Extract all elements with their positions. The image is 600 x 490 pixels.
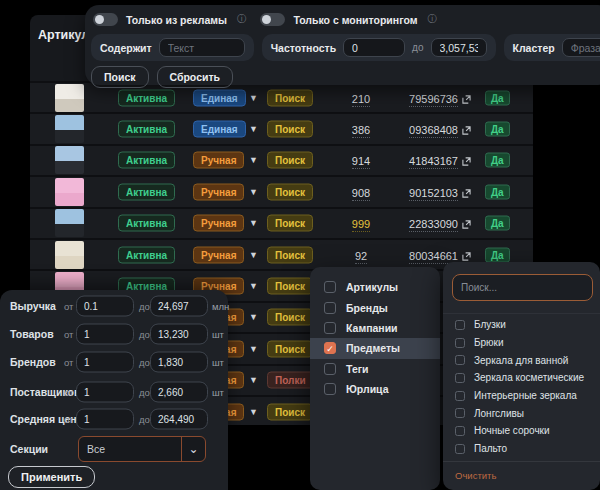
action-badge[interactable]: Поиск xyxy=(267,403,313,420)
metric-to-input[interactable] xyxy=(150,382,208,403)
checkbox[interactable] xyxy=(324,383,336,395)
dimension-item[interactable]: Артикулы xyxy=(310,277,440,297)
metric-label: Товаров xyxy=(10,328,54,340)
article-number[interactable]: 41843167 xyxy=(385,151,471,169)
dimension-item[interactable]: ✓Предметы xyxy=(310,338,440,358)
action-badge[interactable]: Поиск xyxy=(267,340,313,357)
open-link-icon[interactable] xyxy=(462,189,471,198)
product-thumbnail[interactable] xyxy=(55,146,84,174)
item-option[interactable]: Брюки xyxy=(443,334,600,352)
frequency-from-input[interactable] xyxy=(343,38,405,57)
open-link-icon[interactable] xyxy=(462,252,471,261)
info-icon[interactable]: ⓘ xyxy=(237,13,247,26)
product-thumbnail[interactable] xyxy=(55,84,84,112)
open-link-icon[interactable] xyxy=(462,95,471,104)
metric-to-input[interactable] xyxy=(150,324,208,345)
monitoring-only-toggle[interactable] xyxy=(260,13,285,26)
open-link-icon[interactable] xyxy=(462,220,471,229)
search-button[interactable]: Поиск xyxy=(91,66,149,88)
reset-button[interactable]: Сбросить xyxy=(157,66,234,88)
dimension-item[interactable]: Кампании xyxy=(310,318,440,338)
checkbox[interactable] xyxy=(324,363,336,375)
frequency-value[interactable]: 92 xyxy=(335,246,387,264)
dimension-label: Артикулы xyxy=(346,281,398,293)
item-option[interactable]: Блузки xyxy=(443,316,600,334)
product-thumbnail[interactable] xyxy=(55,115,84,143)
apply-button[interactable]: Применить xyxy=(8,466,95,488)
article-number[interactable]: 80034661 xyxy=(385,246,471,264)
clear-link[interactable]: Очистить xyxy=(455,470,496,481)
product-thumbnail[interactable] xyxy=(55,241,84,269)
metric-from-input[interactable] xyxy=(76,352,134,373)
open-link-icon[interactable] xyxy=(462,126,471,135)
action-badge[interactable]: Полки xyxy=(267,372,314,389)
metric-to-input[interactable] xyxy=(150,409,208,430)
items-search-input[interactable] xyxy=(453,282,600,293)
cluster-input[interactable] xyxy=(562,38,600,57)
dimension-item[interactable]: Бренды xyxy=(310,297,440,317)
item-option[interactable]: Лонгсливы xyxy=(443,404,600,422)
action-badge[interactable]: Поиск xyxy=(267,89,313,106)
item-option[interactable]: Интерьерные зеркала xyxy=(443,387,600,405)
checkbox[interactable] xyxy=(455,408,465,418)
action-badge[interactable]: Поиск xyxy=(267,309,313,326)
metric-from-input[interactable] xyxy=(76,296,134,317)
article-number[interactable]: 22833090 xyxy=(385,214,471,232)
metric-from-input[interactable] xyxy=(76,382,134,403)
checkbox[interactable] xyxy=(455,320,465,330)
article-number[interactable]: 90152103 xyxy=(385,183,471,201)
row-dropdown-arrow[interactable]: ▼ xyxy=(249,93,258,103)
checkbox[interactable] xyxy=(324,281,336,293)
action-badge[interactable]: Поиск xyxy=(267,152,313,169)
metric-from-input[interactable] xyxy=(76,324,134,345)
row-dropdown-arrow[interactable]: ▼ xyxy=(249,187,258,197)
checkbox[interactable] xyxy=(455,444,465,454)
article-number[interactable]: 09368408 xyxy=(385,120,471,138)
row-dropdown-arrow[interactable]: ▼ xyxy=(249,312,258,322)
row-dropdown-arrow[interactable]: ▼ xyxy=(249,155,258,165)
row-dropdown-arrow[interactable]: ▼ xyxy=(249,407,258,417)
metric-to-input[interactable] xyxy=(150,352,208,373)
checkbox[interactable] xyxy=(324,302,336,314)
checkbox[interactable] xyxy=(324,322,336,334)
dimension-item[interactable]: Теги xyxy=(310,359,440,379)
checkbox[interactable]: ✓ xyxy=(324,342,336,354)
row-dropdown-arrow[interactable]: ▼ xyxy=(249,250,258,260)
action-badge[interactable]: Поиск xyxy=(267,246,313,263)
metric-from-input[interactable] xyxy=(76,409,134,430)
dimension-item[interactable]: Юрлица xyxy=(310,379,440,399)
checkbox[interactable] xyxy=(455,338,465,348)
frequency-value[interactable]: 908 xyxy=(335,183,387,201)
item-option[interactable]: Ночные сорочки xyxy=(443,422,600,440)
frequency-to-input[interactable] xyxy=(431,38,487,57)
info-icon[interactable]: ⓘ xyxy=(427,13,437,26)
item-option[interactable]: Зеркала для ванной xyxy=(443,351,600,369)
row-dropdown-arrow[interactable]: ▼ xyxy=(249,218,258,228)
row-dropdown-arrow[interactable]: ▼ xyxy=(249,344,258,354)
contains-input[interactable] xyxy=(159,38,245,57)
checkbox[interactable] xyxy=(455,391,465,401)
product-thumbnail[interactable] xyxy=(55,209,84,237)
item-option[interactable]: Пальто xyxy=(443,440,600,458)
action-badge[interactable]: Поиск xyxy=(267,183,313,200)
checkbox[interactable] xyxy=(455,373,465,383)
action-badge[interactable]: Поиск xyxy=(267,278,313,295)
item-option[interactable]: Зеркала косметические xyxy=(443,369,600,387)
frequency-value[interactable]: 386 xyxy=(335,120,387,138)
product-thumbnail[interactable] xyxy=(55,178,84,206)
checkbox[interactable] xyxy=(455,355,465,365)
sections-select[interactable]: Все ⌄ xyxy=(78,436,206,462)
frequency-value[interactable]: 210 xyxy=(335,89,387,107)
article-number[interactable]: 79596736 xyxy=(385,89,471,107)
frequency-value[interactable]: 914 xyxy=(335,151,387,169)
row-dropdown-arrow[interactable]: ▼ xyxy=(249,281,258,291)
action-badge[interactable]: Поиск xyxy=(267,215,313,232)
checkbox[interactable] xyxy=(455,426,465,436)
action-badge[interactable]: Поиск xyxy=(267,121,313,138)
open-link-icon[interactable] xyxy=(462,157,471,166)
row-dropdown-arrow[interactable]: ▼ xyxy=(249,375,258,385)
row-dropdown-arrow[interactable]: ▼ xyxy=(249,124,258,134)
frequency-value[interactable]: 999 xyxy=(335,214,387,232)
ads-only-toggle[interactable] xyxy=(93,13,118,26)
metric-to-input[interactable] xyxy=(150,296,208,317)
